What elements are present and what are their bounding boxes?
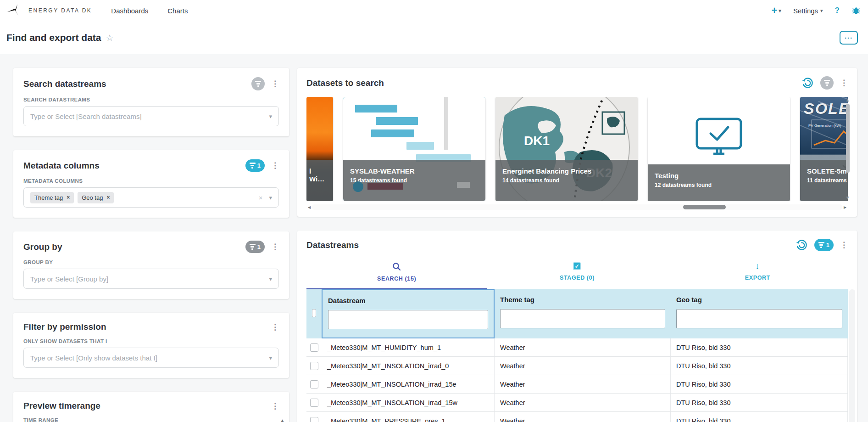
help-icon[interactable]: ?: [835, 6, 840, 15]
panel-datasets-to-search: Datasets to search ⋮: [297, 68, 857, 217]
scrollbar-thumb[interactable]: [683, 205, 725, 209]
cell-datastream: _Meteo330|M_MT_INSOLATION_irrad_0: [322, 357, 495, 375]
select-all-cell: [306, 289, 322, 338]
chip-remove-icon[interactable]: ×: [106, 194, 110, 201]
row-checkbox-cell: [306, 338, 322, 356]
filter-count-badge[interactable]: 1: [245, 159, 265, 172]
favorite-star-icon[interactable]: ☆: [106, 33, 114, 43]
dataset-card-energinet[interactable]: DK1 DK2 Energinet Balancing Prices 14 da…: [495, 97, 638, 201]
cards-horizontal-scrollbar[interactable]: ◂ ▸: [306, 204, 848, 210]
kebab-menu-icon[interactable]: ⋮: [271, 162, 279, 169]
nav-item-charts[interactable]: Charts: [167, 7, 188, 15]
nav-item-dashboards[interactable]: Dashboards: [111, 7, 148, 15]
filter-count-badge[interactable]: 1: [814, 239, 834, 251]
group-by-select[interactable]: Type or Select [Group by] ▾: [23, 269, 279, 289]
add-button[interactable]: + ▾: [771, 5, 781, 17]
dataset-card-syslab-weather[interactable]: SYSLAB-WEATHER 15 datastreams found: [343, 97, 485, 201]
kebab-menu-icon[interactable]: ⋮: [840, 241, 848, 249]
bug-report-icon[interactable]: [851, 6, 861, 15]
table-row[interactable]: _Meteo330|M_MT_INSOLATION_irrad_15w Weat…: [306, 394, 848, 412]
table-row[interactable]: _Meteo330|M_MT_INSOLATION_irrad_0 Weathe…: [306, 357, 848, 375]
history-icon[interactable]: [796, 239, 808, 251]
row-checkbox[interactable]: [310, 380, 318, 388]
page-more-button[interactable]: ···: [840, 31, 858, 45]
dataset-card-testing[interactable]: Testing 12 datastreams found: [648, 97, 790, 201]
permission-select[interactable]: Type or Select [Only show datasets that …: [23, 348, 279, 368]
scroll-up-icon[interactable]: ▲: [280, 418, 285, 422]
chevron-down-icon: ▾: [820, 8, 823, 14]
tab-label: STAGED (0): [560, 275, 595, 281]
kebab-menu-icon[interactable]: ⋮: [271, 323, 279, 331]
scroll-up-icon[interactable]: ▲: [846, 98, 850, 102]
cell-datastream: _Meteo330|M_MT_PRESSURE_pres_1: [322, 412, 495, 422]
filter-count-badge[interactable]: 1: [245, 241, 265, 253]
history-icon[interactable]: [801, 77, 814, 89]
tab-export[interactable]: ↓ EXPORT: [668, 255, 848, 289]
select-placeholder: Type or Select [Group by]: [30, 275, 108, 283]
table-body: _Meteo330|M_MT_HUMIDITY_hum_1 Weather DT…: [306, 338, 848, 422]
brand-name: ENERGY DATA DK: [28, 7, 92, 14]
column-filter-input-datastream[interactable]: [328, 310, 488, 329]
column-header-theme-tag[interactable]: Theme tag: [495, 289, 671, 338]
scrollbar-thumb[interactable]: [846, 104, 850, 173]
row-checkbox[interactable]: [310, 399, 318, 407]
filter-icon[interactable]: [820, 76, 834, 90]
brand-logo[interactable]: ENERGY DATA DK: [6, 4, 92, 17]
tab-label: EXPORT: [745, 275, 770, 281]
metadata-columns-select[interactable]: Theme tag × Geo tag × × ▾: [23, 187, 279, 208]
chip-remove-icon[interactable]: ×: [67, 194, 70, 201]
filter-icon[interactable]: [251, 77, 265, 90]
dataset-card-wind[interactable]: l Wi…: [306, 97, 333, 201]
scroll-down-icon[interactable]: ▼: [846, 196, 850, 200]
cell-geo-tag: DTU Riso, bld 330: [671, 375, 848, 393]
checked-checkbox-icon: ✓: [573, 262, 581, 270]
scroll-right-icon[interactable]: ▸: [842, 204, 848, 210]
chevron-down-icon: ▾: [269, 276, 272, 282]
table-vertical-scrollbar[interactable]: [849, 289, 855, 422]
cell-datastream: _Meteo330|M_MT_INSOLATION_irrad_15w: [322, 394, 495, 411]
chevron-down-icon: ▾: [269, 194, 272, 201]
chevron-down-icon: ▾: [779, 8, 781, 14]
nav-links: Dashboards Charts: [111, 7, 188, 15]
panel-preview-timerange: Preview timerange ⋮ TIME RANGE 2023-08-0…: [13, 392, 289, 422]
column-filter-input-theme-tag[interactable]: [500, 309, 665, 328]
dataset-card-solete[interactable]: SOLE PV Generation (kW): [800, 97, 848, 201]
table-row[interactable]: _Meteo330|M_MT_HUMIDITY_hum_1 Weather DT…: [306, 338, 848, 357]
kebab-menu-icon[interactable]: ⋮: [271, 243, 279, 251]
panel-title: Preview timerange: [23, 401, 100, 411]
cell-geo-tag: DTU Riso, bld 330: [671, 357, 848, 375]
table-row[interactable]: _Meteo330|M_MT_PRESSURE_pres_1 Weather D…: [306, 412, 848, 422]
table-row[interactable]: _Meteo330|M_MT_INSOLATION_irrad_15e Weat…: [306, 375, 848, 394]
panel-filter-by-permission: Filter by permission ⋮ ONLY SHOW DATASET…: [13, 313, 289, 378]
column-filter-input-geo-tag[interactable]: [676, 309, 842, 328]
vertical-scrollbar[interactable]: ▲ ▼: [279, 418, 285, 422]
search-icon: [392, 262, 401, 271]
panel-datastreams: Datastreams 1 ⋮: [297, 231, 857, 422]
panel-title: Group by: [23, 242, 62, 252]
kebab-menu-icon[interactable]: ⋮: [271, 80, 279, 88]
search-datastreams-select[interactable]: Type or Select [Search datastreams] ▾: [23, 106, 279, 126]
kebab-menu-icon[interactable]: ⋮: [271, 402, 279, 410]
filter-icon: [818, 242, 824, 248]
kebab-menu-icon[interactable]: ⋮: [840, 79, 848, 87]
scroll-left-icon[interactable]: ◂: [306, 204, 312, 210]
cell-datastream: _Meteo330|M_MT_INSOLATION_irrad_15e: [322, 375, 495, 393]
tab-staged[interactable]: ✓ STAGED (0): [487, 255, 667, 289]
select-all-checkbox[interactable]: [312, 309, 316, 317]
settings-menu[interactable]: Settings ▾: [793, 7, 823, 15]
column-header-datastream[interactable]: Datastream: [322, 289, 495, 338]
chevron-down-icon: ▾: [269, 113, 272, 120]
cards-vertical-scrollbar[interactable]: ▲ ▼: [845, 98, 851, 200]
row-checkbox[interactable]: [310, 343, 318, 352]
clear-all-icon[interactable]: ×: [259, 194, 263, 202]
row-checkbox[interactable]: [310, 362, 318, 370]
filters-column: Search datastreams ⋮ SEARCH DATASTREAMS …: [13, 68, 289, 422]
tab-search[interactable]: SEARCH (15): [306, 255, 487, 289]
row-checkbox[interactable]: [310, 417, 318, 422]
datastreams-table: Datastream Theme tag Geo tag _Meteo330|M…: [306, 289, 848, 422]
chip-theme-tag: Theme tag ×: [30, 192, 74, 203]
row-checkbox-cell: [306, 375, 322, 393]
field-label: ONLY SHOW DATASETS THAT I: [23, 338, 279, 344]
column-header-geo-tag[interactable]: Geo tag: [671, 289, 848, 338]
panel-title: Datasets to search: [306, 78, 384, 88]
